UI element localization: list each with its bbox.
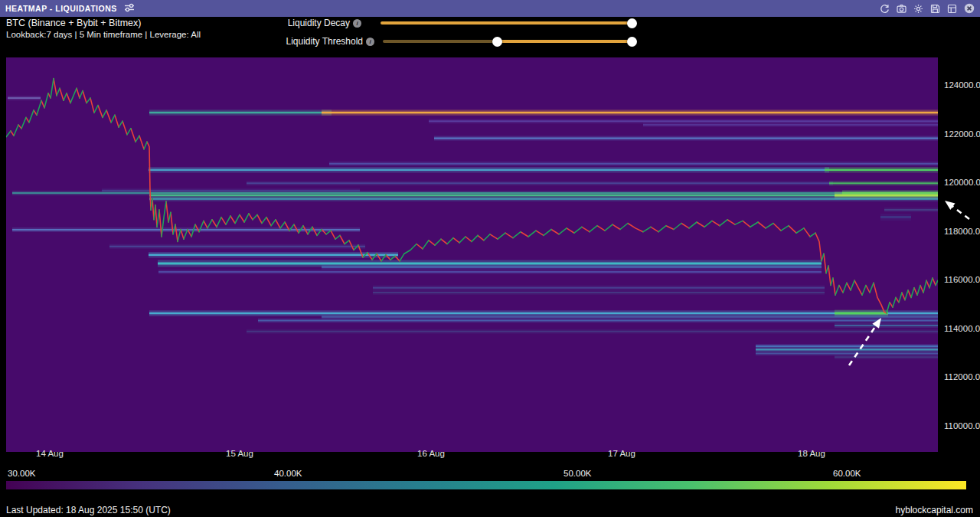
date-axis-label: 16 Aug [404, 449, 458, 458]
date-axis-label: 15 Aug [213, 449, 266, 458]
price-axis-label: 124000.0 [944, 80, 980, 90]
decay-slider-thumb[interactable] [627, 18, 637, 28]
save-layout-icon[interactable] [947, 4, 957, 14]
decay-info-icon[interactable]: i [353, 19, 361, 28]
date-axis-label: 14 Aug [23, 449, 77, 458]
title-bar: HEATMAP - LIQUIDATIONS [0, 0, 980, 17]
site-label: hyblockcapital.com [896, 505, 973, 515]
arrow-head [945, 201, 956, 210]
page-title: HEATMAP - LIQUIDATIONS [5, 4, 117, 13]
arrow-dashed-line [952, 206, 969, 219]
price-axis-label: 112000.0 [944, 372, 980, 381]
last-updated-label: Last Updated: 18 Aug 2025 15:50 (UTC) [6, 505, 171, 515]
threshold-active-range [498, 40, 632, 43]
price-axis-label: 114000.0 [944, 324, 980, 333]
gear-icon[interactable] [913, 4, 923, 14]
lookback-settings-label: Lookback:7 days | 5 Min timeframe | Leve… [6, 30, 201, 39]
heatmap-background [6, 57, 938, 452]
date-axis-label: 18 Aug [785, 449, 838, 458]
filter-sliders-icon[interactable] [124, 2, 136, 15]
heatmap-canvas[interactable] [6, 57, 938, 452]
threshold-slider-thumb-high[interactable] [627, 37, 637, 47]
price-axis-label: 122000.0 [944, 129, 980, 139]
colorbar-value-label: 50.00K [564, 469, 591, 478]
liquidity-threshold-label: Liquidity Threshold [217, 36, 363, 47]
liquidity-decay-slider[interactable] [381, 21, 632, 25]
threshold-slider-thumb-low[interactable] [492, 37, 502, 47]
liquidation-heatmap-app: HEATMAP - LIQUIDATIONS [0, 0, 980, 517]
colorbar-gradient [6, 481, 966, 489]
price-axis-label: 120000.0 [944, 178, 980, 187]
colorbar-value-label: 60.00K [833, 469, 861, 478]
colorbar-value-label: 30.00K [8, 469, 35, 478]
colorbar-value-label: 40.00K [274, 469, 302, 478]
liquidity-decay-label: Liquidity Decay [204, 18, 350, 28]
heatmap-chart[interactable] [6, 57, 938, 452]
date-axis-label: 17 Aug [595, 449, 648, 458]
camera-icon[interactable] [897, 4, 906, 14]
threshold-info-icon[interactable]: i [366, 38, 374, 46]
instrument-label: BTC (Binance + Bybit + Bitmex) [6, 18, 141, 28]
liquidity-threshold-slider[interactable] [383, 40, 632, 43]
price-axis-label: 110000.0 [944, 421, 980, 430]
refresh-icon[interactable] [880, 4, 890, 14]
save-icon[interactable] [930, 4, 940, 14]
close-icon[interactable] [964, 3, 975, 14]
price-axis-label: 118000.0 [944, 227, 980, 236]
price-axis-label: 116000.0 [944, 275, 980, 284]
